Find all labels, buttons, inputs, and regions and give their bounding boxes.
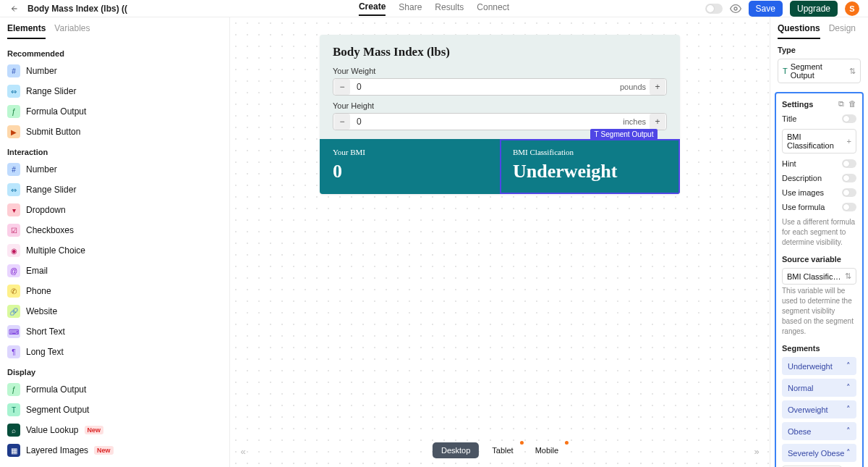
- avatar[interactable]: S: [845, 1, 859, 16]
- link-icon: 🔗: [7, 305, 20, 318]
- description-toggle[interactable]: [842, 174, 856, 182]
- use-formula-help: Use a different formula for each segment…: [782, 217, 856, 248]
- el-label: Dropdown: [26, 205, 66, 215]
- el-short-text[interactable]: ⌨Short Text: [0, 321, 229, 342]
- height-input[interactable]: − 0 inches +: [333, 113, 667, 130]
- preview-toggle[interactable]: [705, 4, 723, 14]
- tab-connect[interactable]: Connect: [477, 2, 509, 15]
- el-number-2[interactable]: #Number: [0, 159, 229, 180]
- use-images-label: Use images: [782, 188, 824, 197]
- device-mobile[interactable]: Mobile: [527, 442, 567, 458]
- el-layered-images[interactable]: ▦Layered ImagesNew: [0, 440, 229, 460]
- device-tablet[interactable]: Tablet: [483, 442, 522, 458]
- weight-value[interactable]: 0: [351, 82, 620, 92]
- segment-item[interactable]: Severely Obese˄: [782, 444, 856, 462]
- type-select[interactable]: TSegment Output ⇅: [778, 59, 861, 83]
- alert-dot-icon: [565, 441, 569, 445]
- el-label: Formula Output: [26, 106, 86, 117]
- back-arrow-icon[interactable]: [9, 3, 20, 14]
- hash-icon: #: [7, 163, 20, 176]
- segment-name: Underweight: [788, 362, 833, 371]
- form-title: Body Mass Index (lbs): [333, 45, 667, 59]
- el-dropdown[interactable]: ▾Dropdown: [0, 200, 229, 220]
- el-phone[interactable]: ✆Phone: [0, 281, 229, 301]
- tab-share[interactable]: Share: [399, 2, 422, 15]
- el-segment-output[interactable]: TSegment Output: [0, 400, 229, 420]
- el-checkboxes[interactable]: ☑Checkboxes: [0, 220, 229, 240]
- badge-new: New: [94, 446, 114, 455]
- el-label: Website: [26, 306, 57, 316]
- collapse-left-icon[interactable]: «: [236, 444, 250, 458]
- selected-tag-label: Segment Output: [601, 130, 654, 138]
- duplicate-icon[interactable]: ⧉: [838, 99, 844, 109]
- plus-icon[interactable]: +: [650, 114, 665, 130]
- title-input[interactable]: BMI Classification +: [782, 129, 856, 153]
- minus-icon[interactable]: −: [334, 114, 350, 130]
- el-label: Short Text: [26, 327, 65, 337]
- left-tab-elements[interactable]: Elements: [7, 23, 46, 39]
- paragraph-icon: ¶: [7, 345, 20, 358]
- use-images-toggle[interactable]: [842, 188, 856, 197]
- segment-item[interactable]: Overweight˄: [782, 400, 856, 418]
- function-icon: ƒ: [7, 105, 20, 118]
- radio-icon: ◉: [7, 244, 20, 257]
- el-submit-button[interactable]: ▶Submit Button: [0, 122, 229, 142]
- source-variable-label: Source variable: [782, 255, 856, 264]
- el-label: Checkboxes: [26, 225, 74, 235]
- right-tab-questions[interactable]: Questions: [778, 23, 820, 39]
- delete-icon[interactable]: 🗑: [848, 99, 856, 109]
- el-website[interactable]: 🔗Website: [0, 301, 229, 321]
- use-formula-label: Use formula: [782, 203, 825, 211]
- weight-input[interactable]: − 0 pounds +: [333, 78, 667, 96]
- el-email[interactable]: @Email: [0, 261, 229, 281]
- chevron-up-icon: ˄: [846, 361, 851, 371]
- minus-icon[interactable]: −: [334, 79, 350, 95]
- submit-icon: ▶: [7, 125, 20, 138]
- el-label: Layered Images: [26, 445, 88, 455]
- title-toggle-label: Title: [782, 114, 796, 123]
- tab-results[interactable]: Results: [435, 2, 464, 15]
- document-title: Body Mass Index (lbs) ((: [27, 4, 127, 14]
- eye-icon[interactable]: [730, 3, 741, 14]
- section-display: Display: [0, 362, 229, 379]
- weight-label: Your Weight: [333, 67, 667, 75]
- segment-name: Overweight: [788, 405, 828, 414]
- use-formula-toggle[interactable]: [842, 203, 856, 211]
- segment-item[interactable]: Normal˄: [782, 379, 856, 397]
- el-formula-output-2[interactable]: ƒFormula Output: [0, 379, 229, 400]
- collapse-right-icon[interactable]: »: [749, 444, 764, 458]
- segment-item[interactable]: Underweight˄: [782, 357, 856, 375]
- el-formula-output[interactable]: ƒFormula Output: [0, 101, 229, 122]
- el-multiple-choice[interactable]: ◉Multiple Choice: [0, 240, 229, 261]
- device-desktop[interactable]: Desktop: [433, 442, 479, 458]
- el-value-lookup[interactable]: ⌕Value LookupNew: [0, 420, 229, 440]
- classification-label: BMI Classification: [513, 148, 667, 156]
- el-number[interactable]: #Number: [0, 61, 229, 81]
- title-value: BMI Classification: [787, 132, 847, 150]
- right-tab-design[interactable]: Design: [829, 23, 856, 39]
- selected-element-tag: T Segment Output: [590, 129, 658, 140]
- upgrade-button[interactable]: Upgrade: [790, 1, 838, 17]
- type-value: Segment Output: [791, 62, 846, 80]
- el-range-slider-2[interactable]: ⇔Range Slider: [0, 180, 229, 200]
- chevron-up-icon: ˄: [846, 405, 851, 414]
- source-variable-select[interactable]: BMI Classification @bmi_... ⇅: [782, 268, 856, 285]
- left-tab-variables[interactable]: Variables: [54, 23, 90, 39]
- hint-toggle[interactable]: [842, 159, 856, 168]
- el-long-text[interactable]: ¶Long Text: [0, 342, 229, 362]
- el-range-slider[interactable]: ⇔Range Slider: [0, 81, 229, 101]
- plus-icon[interactable]: +: [650, 79, 665, 95]
- height-unit: inches: [623, 117, 649, 126]
- section-interaction: Interaction: [0, 142, 229, 159]
- save-button[interactable]: Save: [749, 1, 783, 17]
- text-icon: ⌨: [7, 325, 20, 338]
- device-label: Tablet: [492, 446, 513, 455]
- el-label: Long Text: [26, 347, 64, 357]
- tab-create[interactable]: Create: [359, 1, 386, 16]
- section-recommended: Recommended: [0, 43, 229, 61]
- segment-item[interactable]: Obese˄: [782, 422, 856, 440]
- plus-icon[interactable]: +: [847, 137, 851, 146]
- device-label: Mobile: [535, 446, 558, 455]
- height-value[interactable]: 0: [351, 117, 623, 127]
- title-toggle[interactable]: [842, 114, 856, 123]
